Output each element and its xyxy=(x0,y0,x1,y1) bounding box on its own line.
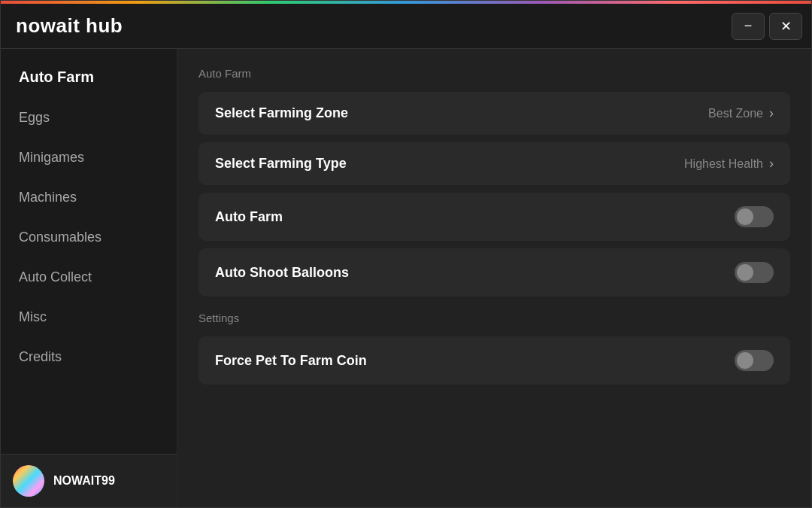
close-button[interactable]: ✕ xyxy=(769,13,802,40)
farming-zone-value[interactable]: Best Zone › xyxy=(708,105,774,121)
app-window: nowait hub − ✕ Auto Farm Eggs Minigames … xyxy=(0,0,812,508)
auto-farm-card: Auto Farm xyxy=(198,193,790,241)
force-pet-card: Force Pet To Farm Coin xyxy=(198,336,790,385)
section-label: Auto Farm xyxy=(198,67,790,80)
farming-zone-card: Select Farming Zone Best Zone › xyxy=(198,92,790,135)
farming-zone-label: Select Farming Zone xyxy=(215,105,348,121)
window-controls: − ✕ xyxy=(732,13,802,40)
auto-farm-toggle[interactable] xyxy=(735,206,774,227)
avatar xyxy=(13,465,44,497)
auto-shoot-toggle[interactable] xyxy=(735,262,774,283)
chevron-right-icon: › xyxy=(769,105,774,121)
chevron-right-icon-2: › xyxy=(769,156,774,172)
sidebar-item-machines[interactable]: Machines xyxy=(1,178,177,217)
sidebar-item-eggs[interactable]: Eggs xyxy=(1,98,177,138)
farming-type-label: Select Farming Type xyxy=(215,156,347,172)
farming-zone-text: Best Zone xyxy=(708,107,763,120)
sidebar: Auto Farm Eggs Minigames Machines Consum… xyxy=(1,49,177,507)
sidebar-item-auto-collect[interactable]: Auto Collect xyxy=(1,257,177,297)
minimize-button[interactable]: − xyxy=(732,13,765,40)
auto-farm-label: Auto Farm xyxy=(215,209,283,225)
sidebar-item-consumables[interactable]: Consumables xyxy=(1,217,177,257)
sidebar-item-auto-farm[interactable]: Auto Farm xyxy=(1,56,177,98)
farming-type-text: Highest Health xyxy=(684,157,763,171)
auto-shoot-label: Auto Shoot Balloons xyxy=(215,265,349,281)
force-pet-label: Force Pet To Farm Coin xyxy=(215,353,367,369)
sidebar-item-minigames[interactable]: Minigames xyxy=(1,138,177,178)
sidebar-item-misc[interactable]: Misc xyxy=(1,297,177,337)
titlebar: nowait hub − ✕ xyxy=(1,4,811,49)
sidebar-item-credits[interactable]: Credits xyxy=(1,337,177,377)
username-label: NOWAIT99 xyxy=(53,474,115,488)
main-panel: Auto Farm Select Farming Zone Best Zone … xyxy=(177,49,811,507)
settings-label: Settings xyxy=(198,312,790,324)
window-title: nowait hub xyxy=(16,14,123,38)
force-pet-toggle[interactable] xyxy=(735,350,774,371)
main-content: Auto Farm Eggs Minigames Machines Consum… xyxy=(1,49,811,507)
sidebar-user: NOWAIT99 xyxy=(1,454,177,507)
farming-type-card: Select Farming Type Highest Health › xyxy=(198,142,790,185)
sidebar-nav: Auto Farm Eggs Minigames Machines Consum… xyxy=(1,49,177,454)
avatar-image xyxy=(13,465,44,497)
auto-shoot-card: Auto Shoot Balloons xyxy=(198,248,790,297)
farming-type-value[interactable]: Highest Health › xyxy=(684,156,774,172)
